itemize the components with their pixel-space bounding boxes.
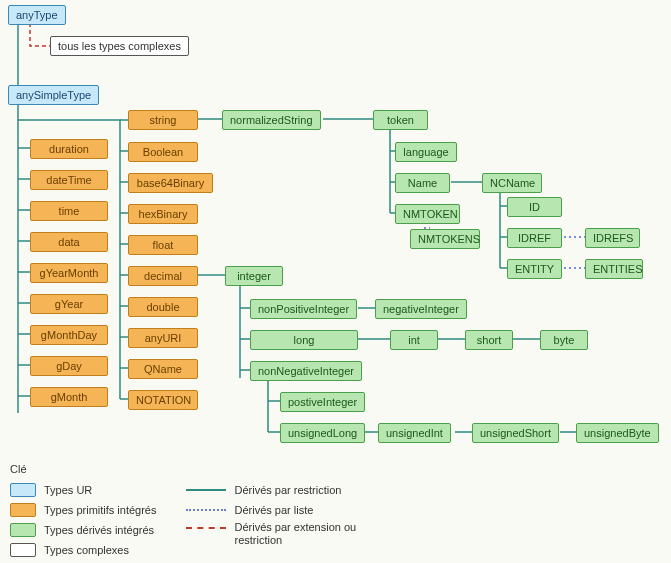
node-NOTATION: NOTATION xyxy=(128,390,198,410)
swatch-prim xyxy=(10,503,36,517)
node-ID: ID xyxy=(507,197,562,217)
node-int: int xyxy=(390,330,438,350)
legend-right-col: Dérivés par restriction Dérivés par list… xyxy=(186,479,384,541)
swatch-deriv xyxy=(10,523,36,537)
node-long: long xyxy=(250,330,358,350)
node-NMTOKEN: NMTOKEN xyxy=(395,204,460,224)
node-token: token xyxy=(373,110,428,130)
node-byte: byte xyxy=(540,330,588,350)
line-restriction-icon xyxy=(186,489,226,491)
node-float: float xyxy=(128,235,198,255)
node-unsignedShort: unsignedShort xyxy=(472,423,559,443)
legend-left-col: Types UR Types primitifs intégrés Types … xyxy=(10,479,156,561)
node-anyType: anyType xyxy=(8,5,66,25)
node-ENTITY: ENTITY xyxy=(507,259,562,279)
node-base64Binary: base64Binary xyxy=(128,173,213,193)
node-anyURI: anyURI xyxy=(128,328,198,348)
node-unsignedByte: unsignedByte xyxy=(576,423,659,443)
node-nonPositiveInteger: nonPositiveInteger xyxy=(250,299,357,319)
legend-liste: Dérivés par liste xyxy=(234,504,313,516)
node-gYear: gYear xyxy=(30,294,108,314)
legend-deriv: Types dérivés intégrés xyxy=(44,524,154,536)
node-gYearMonth: gYearMonth xyxy=(30,263,108,283)
node-gMonthDay: gMonthDay xyxy=(30,325,108,345)
node-NCName: NCName xyxy=(482,173,542,193)
node-short: short xyxy=(465,330,513,350)
node-Boolean: Boolean xyxy=(128,142,198,162)
node-language: language xyxy=(395,142,457,162)
node-Name: Name xyxy=(395,173,450,193)
type-hierarchy-diagram: anyType tous les types complexes anySimp… xyxy=(0,0,671,563)
line-ext-rest-icon xyxy=(186,527,226,529)
node-time: time xyxy=(30,201,108,221)
node-all-complex-types: tous les types complexes xyxy=(50,36,189,56)
swatch-complex xyxy=(10,543,36,557)
node-double: double xyxy=(128,297,198,317)
node-unsignedInt: unsignedInt xyxy=(378,423,451,443)
node-NMTOKENS: NMTOKENS xyxy=(410,229,480,249)
legend: Clé Types UR Types primitifs intégrés Ty… xyxy=(10,463,384,561)
node-decimal: decimal xyxy=(128,266,198,286)
node-anySimpleType: anySimpleType xyxy=(8,85,99,105)
node-string: string xyxy=(128,110,198,130)
swatch-ur xyxy=(10,483,36,497)
node-nonNegativeInteger: nonNegativeInteger xyxy=(250,361,362,381)
node-IDREF: IDREF xyxy=(507,228,562,248)
node-positiveInteger: postiveInteger xyxy=(280,392,365,412)
legend-restriction: Dérivés par restriction xyxy=(234,484,341,496)
node-duration: duration xyxy=(30,139,108,159)
legend-ext-rest: Dérivés par extension ou restriction xyxy=(234,521,384,547)
node-unsignedLong: unsignedLong xyxy=(280,423,365,443)
node-hexBinary: hexBinary xyxy=(128,204,198,224)
node-ENTITIES: ENTITIES xyxy=(585,259,643,279)
line-list-icon xyxy=(186,509,226,511)
node-gMonth: gMonth xyxy=(30,387,108,407)
legend-title: Clé xyxy=(10,463,384,475)
node-data: data xyxy=(30,232,108,252)
legend-prim: Types primitifs intégrés xyxy=(44,504,156,516)
node-integer: integer xyxy=(225,266,283,286)
legend-ur: Types UR xyxy=(44,484,92,496)
legend-complex: Types complexes xyxy=(44,544,129,556)
node-dateTime: dateTime xyxy=(30,170,108,190)
node-normalizedString: normalizedString xyxy=(222,110,321,130)
node-QName: QName xyxy=(128,359,198,379)
node-negativeInteger: negativeInteger xyxy=(375,299,467,319)
node-gDay: gDay xyxy=(30,356,108,376)
node-IDREFS: IDREFS xyxy=(585,228,640,248)
